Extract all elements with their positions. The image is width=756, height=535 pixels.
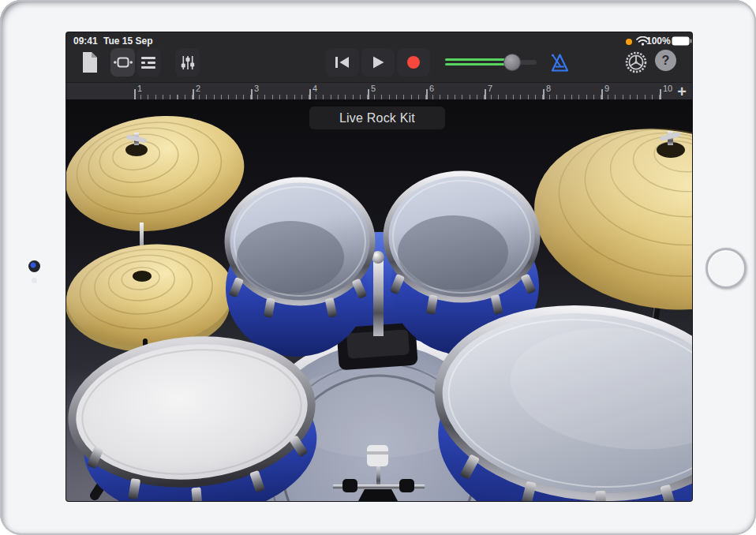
master-volume-slider[interactable] (445, 54, 538, 71)
drum-kit-stage (66, 99, 692, 501)
volume-knob[interactable] (503, 54, 521, 71)
status-time: 09:41 (73, 36, 98, 47)
gear-icon (625, 51, 647, 73)
skip-to-beginning-icon (335, 56, 350, 69)
kit-name-button[interactable]: Live Rock Kit (309, 107, 445, 129)
cellular-dot-icon (626, 39, 632, 45)
document-icon (81, 51, 99, 73)
volume-track-filled (445, 58, 505, 61)
ruler-bar-3[interactable]: 3 (251, 83, 309, 100)
mixer-sliders-icon (181, 55, 195, 70)
front-camera (28, 260, 40, 272)
toolbar: 09:41 Tue 15 Sep 100% (66, 32, 692, 82)
ruler-bar-5[interactable]: 5 (368, 83, 426, 100)
home-button[interactable] (705, 248, 747, 289)
hi-tom-pad[interactable] (226, 180, 372, 357)
ruler-ticks: 12345678910 (134, 83, 680, 100)
ruler-bar-6[interactable]: 6 (426, 83, 485, 100)
light-sensor (32, 278, 37, 283)
track-controls-button[interactable] (175, 48, 200, 77)
ruler-bar-4[interactable]: 4 (309, 83, 368, 100)
record-icon (406, 55, 421, 69)
play-icon (371, 55, 385, 69)
garageband-screen: 09:41 Tue 15 Sep 100% (66, 32, 692, 501)
volume-track-filled (445, 63, 505, 65)
ruler-bar-7[interactable]: 7 (485, 83, 543, 100)
status-date: Tue 15 Sep (103, 36, 152, 47)
battery-percent: 100% (646, 36, 668, 47)
help-button[interactable]: ? (655, 50, 676, 71)
settings-button[interactable] (623, 48, 649, 77)
ruler-bar-2[interactable]: 2 (193, 83, 251, 100)
instrument-view-button[interactable] (110, 48, 135, 77)
battery-icon (672, 36, 692, 46)
rewind-button[interactable] (326, 48, 359, 77)
status-bar: 09:41 Tue 15 Sep 100% (66, 32, 692, 48)
tracks-view-button[interactable] (137, 48, 161, 77)
metronome-icon (549, 52, 571, 73)
metronome-button[interactable] (546, 48, 573, 77)
play-button[interactable] (361, 48, 395, 77)
document-browser-button[interactable] (77, 48, 103, 77)
bar-ruler[interactable]: 12345678910 + (66, 82, 692, 100)
add-bars-button[interactable]: + (677, 83, 687, 100)
ruler-bar-1[interactable]: 1 (134, 83, 193, 100)
ipad-frame: 09:41 Tue 15 Sep 100% (0, 0, 756, 535)
region-view-icon (114, 56, 133, 69)
ruler-bar-9[interactable]: 9 (601, 83, 660, 100)
tracks-view-icon (141, 57, 156, 69)
record-button[interactable] (397, 48, 430, 77)
ruler-bar-8[interactable]: 8 (543, 83, 601, 100)
